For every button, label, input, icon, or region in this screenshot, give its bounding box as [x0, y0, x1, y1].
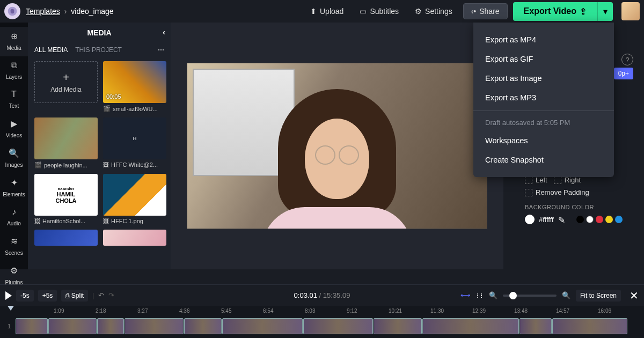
export-mp4[interactable]: Export as MP4 — [473, 30, 614, 49]
zoom-slider[interactable] — [503, 295, 557, 297]
subtitles-button[interactable]: ▭ Subtitles — [354, 4, 404, 19]
timeline-clip[interactable] — [125, 318, 184, 334]
media-more-button[interactable]: ⋯ — [158, 46, 164, 54]
pad-right-icon — [554, 177, 561, 184]
rail-audio[interactable]: ♪Audio — [0, 203, 28, 232]
add-media-label: Add Media — [50, 86, 81, 93]
rail-images[interactable]: 🔍Images — [0, 144, 28, 173]
zoom-out-icon: 🔍 — [489, 291, 497, 299]
help-button[interactable]: ? — [621, 54, 633, 65]
skip-back-button[interactable]: -5s — [16, 290, 34, 302]
eyedropper-button[interactable]: ✎ — [558, 215, 567, 224]
breadcrumb-separator: › — [64, 7, 67, 16]
rail-layers[interactable]: ⧉Layers — [0, 56, 28, 85]
timeline-clip[interactable] — [552, 318, 627, 334]
zoom-out-button[interactable]: 🔍 — [489, 291, 497, 299]
settings-button[interactable]: ⚙ Settings — [409, 4, 458, 19]
bg-color-swatch[interactable] — [525, 215, 535, 224]
rail-elements[interactable]: ✦Elements — [0, 173, 28, 203]
ruler-tick: 2:18 — [96, 308, 106, 314]
timeline-clip[interactable] — [16, 318, 48, 334]
media-filename: small-azI9oWU... — [113, 106, 158, 112]
redo-button[interactable]: ↷ — [108, 291, 114, 299]
user-avatar[interactable] — [621, 2, 640, 20]
trim-button[interactable]: ⫶⫶ — [476, 291, 484, 299]
snap-toggle[interactable]: ⟷ — [460, 291, 471, 299]
upload-button[interactable]: ⬆ Upload — [305, 4, 349, 19]
timeline-clip[interactable] — [303, 318, 373, 334]
export-mp3[interactable]: Export as MP3 — [473, 88, 614, 107]
upload-icon: ⬆ — [310, 7, 317, 16]
play-button[interactable] — [5, 291, 12, 300]
collapse-panel-button[interactable]: ‹ — [163, 28, 165, 36]
subtitles-icon: ▭ — [360, 7, 367, 16]
timeline-clip[interactable] — [48, 318, 97, 334]
bg-color-label: BACKGROUND COLOR — [525, 204, 632, 210]
playhead[interactable] — [8, 306, 14, 311]
rail-scenes[interactable]: ≋Scenes — [0, 232, 28, 261]
timeline-clip[interactable] — [97, 318, 124, 334]
close-timeline-button[interactable]: ✕ — [630, 289, 639, 302]
breadcrumb-root[interactable]: Templates — [26, 7, 60, 16]
fit-to-screen-button[interactable]: Fit to Screen — [576, 290, 621, 302]
media-item[interactable]: 🖼HFFC 1.png — [103, 174, 166, 224]
timeline-ruler[interactable]: 1:092:183:274:365:456:548:039:1210:2111:… — [0, 306, 644, 317]
timeline-clip[interactable] — [422, 318, 519, 334]
timeline-clip[interactable] — [519, 318, 552, 334]
resolution-badge[interactable]: 0p+ — [614, 68, 633, 79]
export-video-button[interactable]: Export Video ⇪ — [513, 2, 597, 21]
plugins-icon: ⚙ — [0, 266, 28, 276]
media-filename: HamiltonSchol... — [42, 218, 85, 224]
rail-text[interactable]: TText — [0, 85, 28, 114]
create-snapshot-item[interactable]: Create Snapshot — [473, 150, 614, 170]
media-item[interactable]: 🎬people laughin... — [34, 117, 98, 168]
ruler-tick: 16:06 — [598, 308, 611, 314]
color-chip[interactable] — [576, 216, 584, 223]
color-chip[interactable] — [596, 216, 603, 223]
share-button[interactable]: ‹• Share — [463, 3, 508, 19]
more-icon: ⋯ — [158, 46, 164, 54]
media-item[interactable] — [103, 230, 166, 246]
elements-icon: ✦ — [0, 178, 28, 188]
split-button[interactable]: ⎙ Split — [61, 290, 88, 302]
export-gif[interactable]: Export as GIF — [473, 49, 614, 69]
zoom-in-icon: 🔍 — [562, 291, 570, 299]
color-chip[interactable] — [615, 216, 623, 223]
timeline-clip[interactable] — [184, 318, 222, 334]
padding-right-button[interactable]: Right — [554, 176, 581, 184]
color-chip[interactable] — [586, 216, 594, 223]
skip-forward-button[interactable]: +5s — [38, 290, 57, 302]
color-chip[interactable] — [605, 216, 613, 223]
media-item[interactable]: H 🖼HFFC White@2... — [103, 117, 166, 168]
ruler-tick: 10:21 — [389, 308, 402, 314]
gear-icon: ⚙ — [415, 7, 422, 16]
breadcrumb-current[interactable]: video_image — [71, 7, 113, 16]
export-image[interactable]: Export as Image — [473, 69, 614, 88]
media-item[interactable]: exanderHAMILCHOLA 🖼HamiltonSchol... — [34, 174, 98, 224]
undo-button[interactable]: ↶ — [98, 291, 104, 299]
timeline-clip[interactable] — [222, 318, 303, 334]
media-item[interactable]: 00:05 🎬small-azI9oWU... — [103, 61, 166, 112]
zoom-in-button[interactable]: 🔍 — [562, 291, 570, 299]
remove-padding-button[interactable]: Remove Padding — [525, 188, 589, 196]
topbar: Templates › video_image ⬆ Upload ▭ Subti… — [0, 0, 644, 23]
ruler-tick: 9:12 — [347, 308, 357, 314]
padding-left-button[interactable]: Left — [525, 176, 547, 184]
workspaces-item[interactable]: Workspaces — [473, 131, 614, 150]
export-dropdown-toggle[interactable]: ▾ — [597, 2, 613, 21]
timeline-clip[interactable] — [374, 318, 422, 334]
media-icon: ⊕ — [0, 31, 28, 41]
rail-videos[interactable]: ▶Videos — [0, 114, 28, 144]
images-icon: 🔍 — [0, 148, 28, 158]
add-media-button[interactable]: + Add Media — [34, 61, 98, 112]
app-logo[interactable] — [4, 3, 20, 19]
media-item[interactable] — [34, 230, 98, 246]
tab-this-project[interactable]: THIS PROJECT — [75, 46, 122, 54]
tab-all-media[interactable]: ALL MEDIA — [34, 46, 68, 54]
bg-color-hex[interactable]: #ffffff — [539, 216, 554, 224]
canvas-area[interactable] — [171, 23, 503, 269]
timeline-track[interactable]: 1 — [0, 317, 644, 336]
left-rail: ⊕Media ⧉Layers TText ▶Videos 🔍Images ✦El… — [0, 23, 28, 269]
rail-media[interactable]: ⊕Media — [0, 27, 28, 56]
timecode: 0:03.01 / 15:35.09 — [294, 291, 350, 299]
